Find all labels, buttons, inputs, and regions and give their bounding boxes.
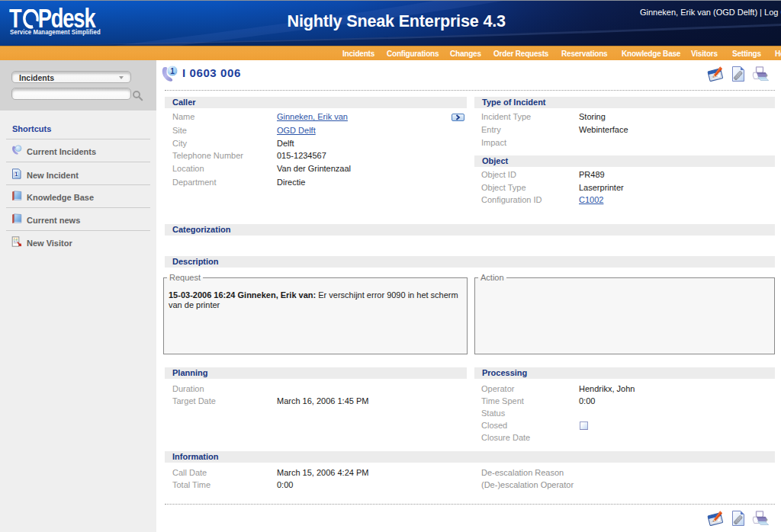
svg-text:1: 1 [14,171,18,178]
svg-text:1: 1 [170,67,175,75]
